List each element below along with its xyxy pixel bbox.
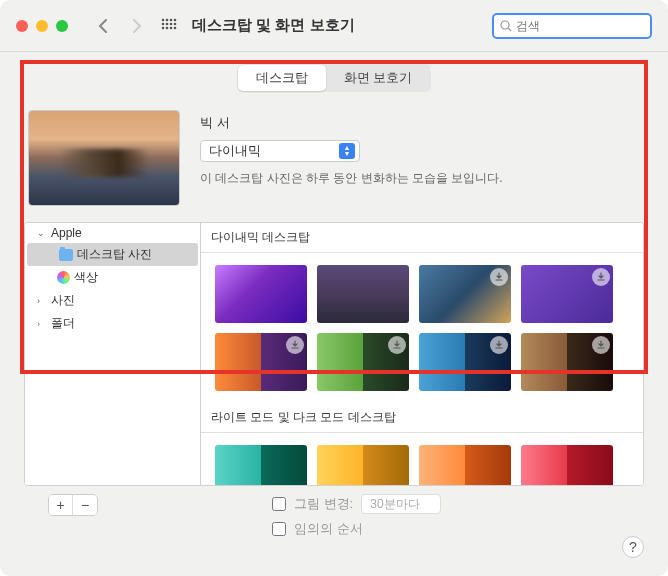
sidebar-item-photos[interactable]: › 사진 (25, 289, 200, 312)
svg-point-4 (162, 22, 165, 25)
traffic-lights (16, 20, 68, 32)
tab-bar: 데스크탑 화면 보호기 (24, 64, 644, 92)
apps-grid-icon[interactable] (158, 15, 180, 37)
chevron-right-icon: › (37, 296, 47, 306)
chevron-down-icon: ⌄ (37, 228, 47, 238)
add-button[interactable]: + (49, 495, 73, 515)
dynamic-thumbs (201, 253, 643, 403)
forward-button[interactable] (124, 13, 150, 39)
wallpaper-thumb[interactable] (215, 333, 307, 391)
chevron-right-icon: › (37, 319, 47, 329)
wallpaper-name: 빅 서 (200, 114, 640, 132)
svg-point-12 (501, 21, 509, 29)
sidebar-item-apple[interactable]: ⌄ Apple (25, 223, 200, 243)
svg-point-5 (166, 22, 169, 25)
download-icon (388, 336, 406, 354)
titlebar: 데스크탑 및 화면 보호기 (0, 0, 668, 52)
wallpaper-thumb[interactable] (521, 445, 613, 485)
sidebar-item-colors[interactable]: 색상 (25, 266, 200, 289)
svg-point-9 (166, 26, 169, 29)
search-input[interactable] (516, 19, 644, 33)
sidebar-item-desktop-photos[interactable]: 데스크탑 사진 (27, 243, 198, 266)
wallpaper-thumb[interactable] (419, 333, 511, 391)
sidebar-item-folder[interactable]: › 폴더 (25, 312, 200, 335)
content-area: 데스크탑 화면 보호기 빅 서 다이내믹 ▲▼ 이 데스크탑 사진은 하루 동안… (0, 52, 668, 560)
source-sidebar: ⌄ Apple 데스크탑 사진 색상 › 사진 › 폴더 (25, 223, 201, 485)
color-wheel-icon (57, 271, 70, 284)
folder-icon (59, 249, 73, 261)
options: 그림 변경: 30분마다 임의의 순서 (114, 494, 620, 544)
wallpaper-thumb[interactable] (215, 265, 307, 323)
mode-dropdown[interactable]: 다이내믹 ▲▼ (200, 140, 360, 162)
close-window-button[interactable] (16, 20, 28, 32)
change-picture-label: 그림 변경: (294, 495, 353, 513)
wallpaper-thumb[interactable] (419, 265, 511, 323)
wallpaper-thumb[interactable] (317, 445, 409, 485)
help-button[interactable]: ? (622, 536, 644, 558)
window: 데스크탑 및 화면 보호기 데스크탑 화면 보호기 빅 서 다이내믹 ▲▼ 이 … (0, 0, 668, 576)
sidebar-label: 폴더 (51, 315, 75, 332)
section-dynamic-header: 다이내믹 데스크탑 (201, 223, 643, 253)
fullscreen-window-button[interactable] (56, 20, 68, 32)
wallpaper-preview (28, 110, 180, 206)
svg-point-0 (162, 18, 165, 21)
sidebar-label: 데스크탑 사진 (77, 246, 152, 263)
wallpaper-thumb[interactable] (521, 265, 613, 323)
svg-point-2 (170, 18, 173, 21)
download-icon (286, 336, 304, 354)
dropdown-arrows-icon: ▲▼ (339, 143, 355, 159)
svg-point-6 (170, 22, 173, 25)
minimize-window-button[interactable] (36, 20, 48, 32)
remove-button[interactable]: − (73, 495, 97, 515)
wallpaper-thumb[interactable] (317, 333, 409, 391)
tab-screensaver[interactable]: 화면 보호기 (326, 65, 431, 91)
window-title: 데스크탑 및 화면 보호기 (192, 16, 355, 35)
section-lightdark-header: 라이트 모드 및 다크 모드 데스크탑 (201, 403, 643, 433)
tab-desktop[interactable]: 데스크탑 (238, 65, 326, 91)
change-picture-checkbox[interactable] (272, 497, 286, 511)
interval-dropdown[interactable]: 30분마다 (361, 494, 440, 514)
change-picture-row: 그림 변경: 30분마다 (272, 494, 620, 514)
footer: + − 그림 변경: 30분마다 임의의 순서 (24, 486, 644, 544)
download-icon (490, 268, 508, 286)
add-remove-group: + − (48, 494, 98, 516)
wallpaper-thumb[interactable] (419, 445, 511, 485)
wallpaper-thumb[interactable] (317, 265, 409, 323)
mode-hint: 이 데스크탑 사진은 하루 동안 변화하는 모습을 보입니다. (200, 170, 640, 187)
download-icon (592, 336, 610, 354)
wallpaper-info: 빅 서 다이내믹 ▲▼ 이 데스크탑 사진은 하루 동안 변화하는 모습을 보입… (200, 110, 640, 206)
random-label: 임의의 순서 (294, 520, 363, 538)
back-button[interactable] (90, 13, 116, 39)
svg-line-13 (508, 28, 511, 31)
wallpaper-gallery: 다이내믹 데스크탑 (201, 223, 643, 485)
mode-value: 다이내믹 (209, 142, 261, 160)
download-icon (592, 268, 610, 286)
svg-point-10 (170, 26, 173, 29)
wallpaper-thumb[interactable] (521, 333, 613, 391)
svg-point-8 (162, 26, 165, 29)
svg-point-7 (174, 22, 177, 25)
wallpaper-thumb[interactable] (215, 445, 307, 485)
random-checkbox[interactable] (272, 522, 286, 536)
sidebar-label: Apple (51, 226, 82, 240)
split-pane: ⌄ Apple 데스크탑 사진 색상 › 사진 › 폴더 (24, 222, 644, 486)
random-row: 임의의 순서 (272, 520, 620, 538)
svg-point-11 (174, 26, 177, 29)
sidebar-label: 색상 (74, 269, 98, 286)
search-icon (500, 20, 512, 32)
svg-point-1 (166, 18, 169, 21)
svg-point-3 (174, 18, 177, 21)
sidebar-label: 사진 (51, 292, 75, 309)
download-icon (490, 336, 508, 354)
lightdark-thumbs (201, 433, 643, 485)
current-wallpaper-row: 빅 서 다이내믹 ▲▼ 이 데스크탑 사진은 하루 동안 변화하는 모습을 보입… (24, 110, 644, 206)
search-field[interactable] (492, 13, 652, 39)
